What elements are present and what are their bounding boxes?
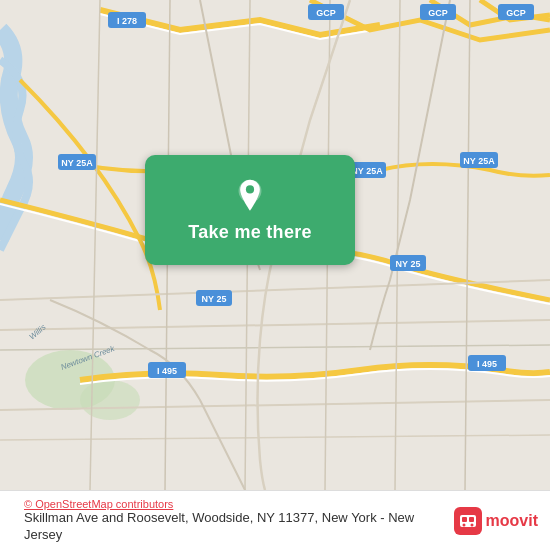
moovit-icon [454,507,482,535]
location-pin-icon [232,178,268,214]
svg-rect-45 [462,517,467,522]
svg-rect-46 [469,517,474,522]
svg-text:NY 25A: NY 25A [463,156,495,166]
location-address: Skillman Ave and Roosevelt, Woodside, NY… [24,510,318,525]
bottom-section: © OpenStreetMap contributors Skillman Av… [12,491,444,551]
svg-text:GCP: GCP [316,8,336,18]
svg-point-2 [80,380,140,420]
svg-point-48 [470,523,473,526]
svg-text:NY 25: NY 25 [202,294,227,304]
moovit-logo: moovit [454,507,538,535]
map-container: I 278 GCP GCP GCP NY 25 NY 25 NY 25A NY … [0,0,550,490]
take-me-there-button[interactable]: Take me there [145,155,355,265]
openstreetmap-attribution[interactable]: © OpenStreetMap contributors [24,498,173,510]
svg-text:I 495: I 495 [157,366,177,376]
take-me-there-label: Take me there [188,222,312,243]
bottom-bar: © OpenStreetMap contributors Skillman Av… [0,490,550,550]
svg-text:GCP: GCP [506,8,526,18]
moovit-label: moovit [486,512,538,530]
svg-point-43 [246,185,254,193]
attribution-text: © OpenStreetMap contributors [24,498,432,510]
svg-text:GCP: GCP [428,8,448,18]
location-name: Skillman Ave and Roosevelt, Woodside, NY… [24,510,432,544]
svg-text:I 495: I 495 [477,359,497,369]
svg-text:NY 25A: NY 25A [61,158,93,168]
svg-text:I 278: I 278 [117,16,137,26]
svg-text:NY 25A: NY 25A [351,166,383,176]
svg-text:NY 25: NY 25 [396,259,421,269]
svg-point-47 [462,523,465,526]
